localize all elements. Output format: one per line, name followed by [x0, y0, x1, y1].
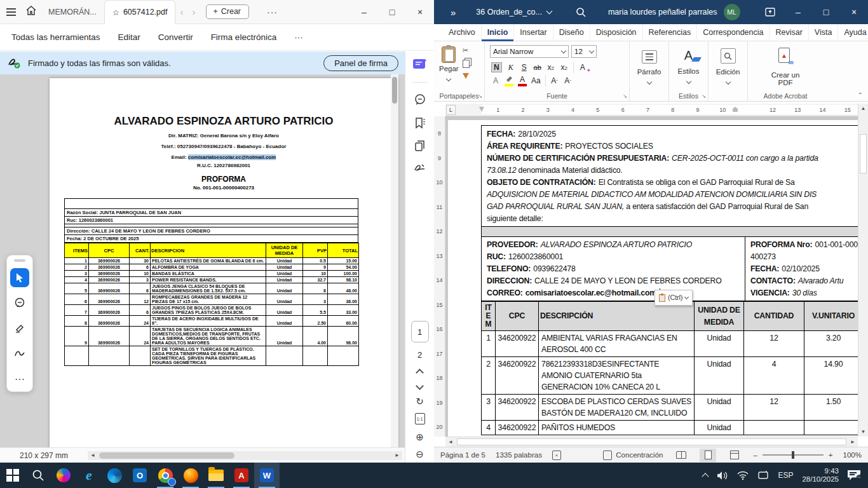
- signature-panel-icon[interactable]: [414, 163, 426, 175]
- acrobat-minimize-button[interactable]: –: [350, 7, 378, 17]
- internet-explorer-icon[interactable]: e: [76, 463, 102, 488]
- clear-formatting-button[interactable]: A: [578, 63, 587, 72]
- acrobat-maximize-button[interactable]: □: [378, 7, 406, 17]
- zoom-in-icon[interactable]: +: [829, 451, 833, 459]
- chrome-icon[interactable]: [153, 463, 178, 488]
- more-tools-icon[interactable]: ···: [10, 370, 29, 389]
- scroll-right-icon[interactable]: ►: [848, 439, 858, 445]
- word-close-button[interactable]: ×: [840, 7, 868, 17]
- font-size-select[interactable]: 12: [571, 45, 597, 58]
- word-taskbar-icon[interactable]: W: [254, 463, 280, 488]
- menu-editar[interactable]: Editar: [118, 32, 140, 42]
- tab-archivo[interactable]: Archivo: [443, 24, 482, 41]
- document-title[interactable]: 36 Orden_de_co...: [476, 8, 552, 17]
- scroll-down-icon[interactable]: ▼: [858, 429, 868, 435]
- firefox-icon[interactable]: [178, 463, 203, 488]
- italic-button[interactable]: K: [506, 63, 515, 72]
- quick-access-icon[interactable]: »: [451, 7, 456, 18]
- tab-selector[interactable]: L: [446, 105, 456, 115]
- highlight-color-button[interactable]: [505, 75, 513, 86]
- menu-icon[interactable]: [0, 0, 22, 24]
- language-indicator[interactable]: ESP: [778, 471, 793, 480]
- outlook-icon[interactable]: O: [127, 463, 153, 488]
- change-case-button[interactable]: Aa: [531, 76, 541, 85]
- panel-de-firma-button[interactable]: Panel de firma: [323, 55, 398, 71]
- current-page-indicator[interactable]: 1: [411, 321, 429, 342]
- tab-memorandum[interactable]: MEMORÁN...: [41, 0, 104, 24]
- zoom-out-icon[interactable]: –: [753, 451, 757, 459]
- font-color-button[interactable]: A: [518, 75, 527, 86]
- tab-correspondencia[interactable]: Correspondencia: [697, 24, 770, 41]
- start-button[interactable]: [0, 463, 25, 488]
- star-icon[interactable]: ☆: [112, 8, 119, 17]
- word-maximize-button[interactable]: □: [812, 7, 840, 17]
- paste-button[interactable]: Pegar: [439, 45, 459, 81]
- notifications-icon[interactable]: 2: [848, 470, 860, 480]
- home-icon[interactable]: [22, 6, 41, 18]
- font-name-select[interactable]: Arial Narrow: [490, 45, 569, 58]
- zoom-out-icon[interactable]: ⊖: [416, 449, 424, 459]
- menu-convertir[interactable]: Convertir: [158, 32, 193, 42]
- tab-next-icon[interactable]: ›: [187, 6, 200, 17]
- strikethrough-button[interactable]: ab: [533, 64, 542, 71]
- tab-prev-icon[interactable]: ‹: [175, 6, 187, 17]
- pdf-horizontal-scrollbar[interactable]: ◄ ►: [88, 451, 402, 460]
- tab-insertar[interactable]: Insertar: [514, 24, 553, 41]
- bold-button[interactable]: N: [491, 62, 502, 72]
- shrink-font-button[interactable]: Aˇ: [564, 76, 573, 85]
- pdf-vertical-scrollbar[interactable]: [391, 74, 398, 447]
- file-explorer-icon[interactable]: [203, 463, 229, 488]
- font-dialog-launcher-icon[interactable]: ↘: [623, 93, 627, 99]
- page-down-icon[interactable]: [416, 382, 424, 390]
- scroll-left-icon[interactable]: ◄: [445, 439, 456, 445]
- account-name[interactable]: maria lourdes peñafiel parrales: [608, 8, 717, 17]
- clock[interactable]: 9:43 28/10/2025: [802, 467, 839, 484]
- scroll-right-icon[interactable]: ►: [392, 452, 402, 458]
- focus-mode-button[interactable]: Concentración: [603, 451, 663, 460]
- word-minimize-button[interactable]: –: [784, 7, 812, 17]
- tab-inicio[interactable]: Inicio: [482, 24, 515, 41]
- page-indicator[interactable]: Página 1 de 5: [440, 451, 485, 459]
- subscript-button[interactable]: x2: [546, 63, 555, 72]
- rotate-page-icon[interactable]: ↻: [416, 396, 424, 406]
- crear-pdf-button[interactable]: ▲∞ Crear un PDF: [766, 41, 804, 86]
- copilot-icon[interactable]: [51, 463, 76, 488]
- tab-diseno[interactable]: Diseño: [553, 24, 590, 41]
- comment-tool-icon[interactable]: [10, 294, 29, 313]
- print-layout-button[interactable]: [700, 449, 716, 462]
- wifi-icon[interactable]: [737, 471, 749, 480]
- scroll-up-icon[interactable]: ▲: [858, 105, 868, 111]
- annotations-icon[interactable]: [414, 93, 426, 109]
- word-vertical-scrollbar[interactable]: ▲ ▼: [858, 104, 868, 437]
- display-connect-icon[interactable]: [757, 471, 769, 480]
- bookmarks-icon[interactable]: [414, 117, 426, 132]
- zoom-level[interactable]: 100%: [843, 451, 862, 459]
- superscript-button[interactable]: x2: [560, 63, 569, 72]
- acrobat-close-button[interactable]: ×: [406, 7, 434, 17]
- zoom-in-icon[interactable]: ⊕: [416, 432, 424, 442]
- pdf-page[interactable]: ALVARADO ESPINOZA ARTURO PATRICIO Dir. M…: [50, 78, 398, 447]
- zoom-slider-thumb[interactable]: [792, 451, 794, 459]
- zoom-slider[interactable]: – +: [753, 451, 832, 459]
- highlighter-tool-icon[interactable]: [10, 319, 29, 338]
- clipboard-dialog-launcher-icon[interactable]: ↘: [478, 93, 482, 99]
- copy-icon[interactable]: [463, 60, 470, 68]
- read-mode-button[interactable]: [673, 449, 689, 462]
- word-page[interactable]: FECHA:28/10/2025 ÁREA REQUIRENTE:PROYECT…: [448, 120, 858, 437]
- tab-active-pdf[interactable]: ☆ 6057412.pdf: [104, 0, 176, 24]
- grow-font-button[interactable]: Aˆ: [550, 76, 559, 85]
- edicion-button[interactable]: Edición: [716, 41, 740, 84]
- parrafo-button[interactable]: Párrafo: [637, 41, 661, 84]
- menu-firma-electronica[interactable]: Firma electrónica: [211, 32, 277, 42]
- pdf-viewport[interactable]: ALVARADO ESPINOZA ARTURO PATRICIO Dir. M…: [0, 74, 405, 447]
- edge-icon[interactable]: [102, 463, 127, 488]
- volume-icon[interactable]: [717, 471, 728, 480]
- draw-tool-icon[interactable]: [10, 344, 29, 363]
- scrollbar-thumb[interactable]: [457, 438, 846, 445]
- page-fit-icon[interactable]: 1:1: [415, 413, 425, 424]
- tab-ayuda[interactable]: Ayuda: [838, 24, 868, 41]
- ribbon-display-options-icon[interactable]: [765, 8, 775, 17]
- estilos-button[interactable]: A Estilos: [678, 41, 700, 83]
- scroll-left-icon[interactable]: ◄: [88, 452, 98, 458]
- next-page-number[interactable]: 2: [417, 350, 422, 360]
